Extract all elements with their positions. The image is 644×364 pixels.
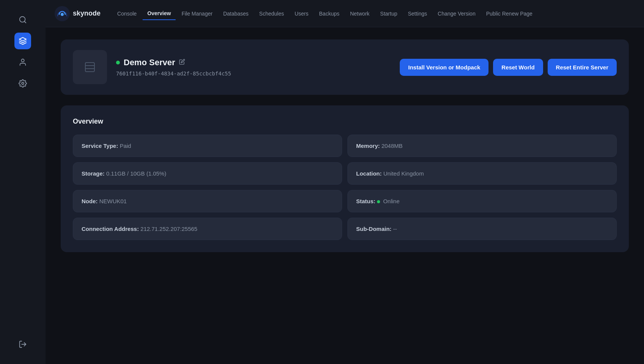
node-card: Node: NEWUK01	[73, 190, 342, 212]
svg-line-1	[24, 21, 26, 23]
subdomain-value: --	[393, 226, 397, 232]
node-label: Node:	[82, 198, 98, 204]
nav-items: Console Overview File Manager Databases …	[113, 7, 635, 20]
status-value: Online	[383, 198, 399, 204]
svg-point-7	[61, 13, 64, 16]
overview-title: Overview	[73, 118, 617, 126]
settings-icon[interactable]	[14, 75, 31, 92]
logo-text: skynode	[73, 9, 101, 17]
main-content: skynode Console Overview File Manager Da…	[46, 0, 644, 364]
server-status-dot	[116, 61, 120, 64]
server-header: Demo Server 7601f116-b40f-4834-ad2f-85cc…	[61, 39, 629, 95]
location-value: United Kingdom	[383, 170, 424, 177]
install-version-button[interactable]: Install Version or Modpack	[400, 59, 488, 76]
search-icon[interactable]	[14, 11, 31, 28]
sidebar	[0, 0, 46, 364]
memory-card: Memory: 2048MB	[347, 135, 617, 157]
location-card: Location: United Kingdom	[347, 162, 617, 185]
service-type-label: Service Type:	[82, 143, 118, 149]
layers-icon[interactable]	[14, 33, 31, 49]
nav-settings[interactable]: Settings	[403, 8, 432, 20]
user-icon[interactable]	[14, 54, 31, 71]
nav-network[interactable]: Network	[346, 8, 374, 20]
nav-console[interactable]: Console	[113, 8, 141, 20]
page-content: Demo Server 7601f116-b40f-4834-ad2f-85cc…	[46, 27, 644, 364]
nav-users[interactable]: Users	[290, 8, 313, 20]
nav-schedules[interactable]: Schedules	[254, 8, 288, 20]
nav-change-version[interactable]: Change Version	[433, 8, 480, 20]
svg-point-3	[21, 59, 24, 62]
reset-server-button[interactable]: Reset Entire Server	[548, 59, 617, 76]
connection-card: Connection Address: 212.71.252.207:25565	[73, 218, 342, 240]
memory-label: Memory:	[356, 143, 380, 149]
server-actions: Install Version or Modpack Reset World R…	[400, 59, 617, 76]
edit-icon[interactable]	[179, 59, 185, 66]
storage-card: Storage: 0.11GB / 10GB (1.05%)	[73, 162, 342, 185]
storage-value: 0.11GB / 10GB (1.05%)	[106, 170, 166, 177]
overview-grid: Service Type: Paid Memory: 2048MB Storag…	[73, 135, 617, 240]
server-image	[73, 50, 107, 84]
service-type-card: Service Type: Paid	[73, 135, 342, 157]
subdomain-card: Sub-Domain: --	[347, 218, 617, 240]
nav-public-renew-page[interactable]: Public Renew Page	[482, 8, 537, 20]
connection-label: Connection Address:	[82, 226, 139, 232]
status-online-dot	[377, 200, 380, 203]
status-card: Status: Online	[347, 190, 617, 212]
nav-databases[interactable]: Databases	[218, 8, 253, 20]
logout-icon[interactable]	[14, 336, 31, 353]
svg-point-4	[22, 82, 24, 85]
top-nav: skynode Console Overview File Manager Da…	[46, 0, 644, 27]
storage-label: Storage:	[82, 170, 105, 177]
memory-value: 2048MB	[382, 143, 403, 149]
nav-startup[interactable]: Startup	[375, 8, 402, 20]
svg-rect-8	[85, 63, 94, 72]
svg-marker-2	[19, 38, 26, 41]
subdomain-label: Sub-Domain:	[356, 226, 391, 232]
server-info: Demo Server 7601f116-b40f-4834-ad2f-85cc…	[116, 58, 391, 77]
overview-panel: Overview Service Type: Paid Memory: 2048…	[61, 105, 629, 252]
server-name-row: Demo Server	[116, 58, 391, 67]
server-name: Demo Server	[124, 58, 175, 67]
location-label: Location:	[356, 170, 382, 177]
nav-file-manager[interactable]: File Manager	[177, 8, 217, 20]
connection-value: 212.71.252.207:25565	[140, 226, 197, 232]
service-type-value: Paid	[120, 143, 131, 149]
logo[interactable]: skynode	[55, 6, 101, 21]
server-id: 7601f116-b40f-4834-ad2f-85ccbcbf4c55	[116, 71, 391, 77]
node-value: NEWUK01	[99, 198, 127, 204]
status-label: Status:	[356, 198, 375, 204]
nav-overview[interactable]: Overview	[143, 7, 175, 20]
reset-world-button[interactable]: Reset World	[493, 59, 543, 76]
nav-backups[interactable]: Backups	[314, 8, 344, 20]
